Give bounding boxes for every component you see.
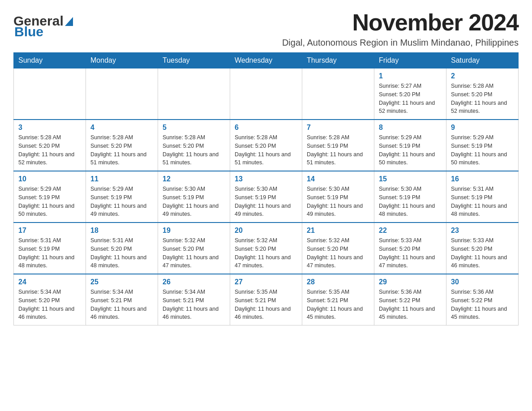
calendar-cell: 21Sunrise: 5:32 AMSunset: 5:20 PMDayligh… (302, 223, 374, 274)
day-info: Sunrise: 5:31 AMSunset: 5:20 PMDaylight:… (90, 236, 153, 270)
day-info: Sunrise: 5:28 AMSunset: 5:20 PMDaylight:… (90, 133, 153, 167)
day-info: Sunrise: 5:30 AMSunset: 5:19 PMDaylight:… (307, 185, 369, 218)
header-day-thursday: Thursday (302, 53, 374, 68)
day-info: Sunrise: 5:31 AMSunset: 5:19 PMDaylight:… (18, 236, 81, 270)
day-number: 19 (163, 227, 225, 235)
calendar-cell: 19Sunrise: 5:32 AMSunset: 5:20 PMDayligh… (158, 223, 230, 274)
calendar-cell: 6Sunrise: 5:28 AMSunset: 5:20 PMDaylight… (230, 120, 302, 171)
day-number: 26 (163, 278, 225, 286)
day-number: 3 (18, 124, 81, 132)
day-info: Sunrise: 5:33 AMSunset: 5:20 PMDaylight:… (451, 236, 514, 270)
day-info: Sunrise: 5:29 AMSunset: 5:19 PMDaylight:… (90, 185, 153, 218)
day-number: 6 (235, 124, 297, 132)
calendar-cell: 11Sunrise: 5:29 AMSunset: 5:19 PMDayligh… (86, 171, 158, 223)
day-info: Sunrise: 5:30 AMSunset: 5:19 PMDaylight:… (379, 185, 442, 218)
day-number: 7 (307, 124, 369, 132)
day-info: Sunrise: 5:28 AMSunset: 5:20 PMDaylight:… (235, 133, 297, 167)
day-info: Sunrise: 5:34 AMSunset: 5:20 PMDaylight:… (18, 288, 81, 321)
calendar-cell: 23Sunrise: 5:33 AMSunset: 5:20 PMDayligh… (446, 223, 519, 274)
calendar-cell: 3Sunrise: 5:28 AMSunset: 5:20 PMDaylight… (14, 120, 86, 171)
header-day-sunday: Sunday (14, 53, 86, 68)
day-number: 5 (163, 124, 225, 132)
day-info: Sunrise: 5:27 AMSunset: 5:20 PMDaylight:… (379, 82, 442, 116)
day-number: 21 (307, 227, 369, 235)
calendar-cell: 29Sunrise: 5:36 AMSunset: 5:22 PMDayligh… (374, 274, 446, 325)
calendar-cell (302, 68, 374, 120)
calendar-cell: 26Sunrise: 5:34 AMSunset: 5:21 PMDayligh… (158, 274, 230, 325)
calendar-cell: 15Sunrise: 5:30 AMSunset: 5:19 PMDayligh… (374, 171, 446, 223)
logo: General Blue (13, 13, 73, 39)
calendar-cell: 1Sunrise: 5:27 AMSunset: 5:20 PMDaylight… (374, 68, 446, 120)
day-info: Sunrise: 5:28 AMSunset: 5:20 PMDaylight:… (451, 82, 514, 116)
header-day-saturday: Saturday (446, 53, 519, 68)
calendar-cell (230, 68, 302, 120)
calendar-cell: 4Sunrise: 5:28 AMSunset: 5:20 PMDaylight… (86, 120, 158, 171)
calendar-table: SundayMondayTuesdayWednesdayThursdayFrid… (13, 52, 519, 325)
day-number: 24 (18, 278, 81, 286)
day-number: 14 (307, 175, 369, 183)
calendar-cell: 8Sunrise: 5:29 AMSunset: 5:19 PMDaylight… (374, 120, 446, 171)
day-number: 9 (451, 124, 514, 132)
calendar-cell (14, 68, 86, 120)
day-number: 4 (90, 124, 153, 132)
day-info: Sunrise: 5:32 AMSunset: 5:20 PMDaylight:… (307, 236, 369, 270)
day-number: 22 (379, 227, 442, 235)
day-info: Sunrise: 5:33 AMSunset: 5:20 PMDaylight:… (379, 236, 442, 270)
day-number: 30 (451, 278, 514, 286)
day-number: 8 (379, 124, 442, 132)
calendar-week-row: 1Sunrise: 5:27 AMSunset: 5:20 PMDaylight… (14, 68, 519, 120)
day-number: 23 (451, 227, 514, 235)
calendar-cell: 24Sunrise: 5:34 AMSunset: 5:20 PMDayligh… (14, 274, 86, 325)
calendar-cell (86, 68, 158, 120)
day-number: 16 (451, 175, 514, 183)
calendar-week-row: 24Sunrise: 5:34 AMSunset: 5:20 PMDayligh… (14, 274, 519, 325)
day-info: Sunrise: 5:28 AMSunset: 5:20 PMDaylight:… (18, 133, 81, 167)
day-info: Sunrise: 5:35 AMSunset: 5:21 PMDaylight:… (235, 288, 297, 321)
day-number: 15 (379, 175, 442, 183)
calendar-cell: 30Sunrise: 5:36 AMSunset: 5:22 PMDayligh… (446, 274, 519, 325)
page-header: General Blue November 2024 Digal, Autono… (13, 9, 519, 48)
day-info: Sunrise: 5:30 AMSunset: 5:19 PMDaylight:… (163, 185, 225, 218)
day-number: 11 (90, 175, 153, 183)
calendar-header: SundayMondayTuesdayWednesdayThursdayFrid… (14, 53, 519, 68)
day-number: 17 (18, 227, 81, 235)
calendar-week-row: 17Sunrise: 5:31 AMSunset: 5:19 PMDayligh… (14, 223, 519, 274)
logo-blue-text: Blue (13, 24, 43, 39)
calendar-cell: 14Sunrise: 5:30 AMSunset: 5:19 PMDayligh… (302, 171, 374, 223)
day-info: Sunrise: 5:30 AMSunset: 5:19 PMDaylight:… (235, 185, 297, 218)
calendar-cell: 5Sunrise: 5:28 AMSunset: 5:20 PMDaylight… (158, 120, 230, 171)
day-number: 18 (90, 227, 153, 235)
calendar-week-row: 3Sunrise: 5:28 AMSunset: 5:20 PMDaylight… (14, 120, 519, 171)
calendar-cell: 25Sunrise: 5:34 AMSunset: 5:21 PMDayligh… (86, 274, 158, 325)
day-info: Sunrise: 5:34 AMSunset: 5:21 PMDaylight:… (163, 288, 225, 321)
day-number: 2 (451, 72, 514, 80)
calendar-body: 1Sunrise: 5:27 AMSunset: 5:20 PMDaylight… (14, 68, 519, 325)
calendar-cell: 16Sunrise: 5:31 AMSunset: 5:19 PMDayligh… (446, 171, 519, 223)
calendar-cell: 9Sunrise: 5:29 AMSunset: 5:19 PMDaylight… (446, 120, 519, 171)
header-day-monday: Monday (86, 53, 158, 68)
calendar-cell: 13Sunrise: 5:30 AMSunset: 5:19 PMDayligh… (230, 171, 302, 223)
calendar-cell: 12Sunrise: 5:30 AMSunset: 5:19 PMDayligh… (158, 171, 230, 223)
day-number: 27 (235, 278, 297, 286)
calendar-cell: 28Sunrise: 5:35 AMSunset: 5:21 PMDayligh… (302, 274, 374, 325)
day-info: Sunrise: 5:28 AMSunset: 5:19 PMDaylight:… (307, 133, 369, 167)
calendar-cell: 20Sunrise: 5:32 AMSunset: 5:20 PMDayligh… (230, 223, 302, 274)
header-day-tuesday: Tuesday (158, 53, 230, 68)
day-number: 29 (379, 278, 442, 286)
calendar-cell: 2Sunrise: 5:28 AMSunset: 5:20 PMDaylight… (446, 68, 519, 120)
calendar-title: November 2024 (282, 9, 519, 36)
day-info: Sunrise: 5:32 AMSunset: 5:20 PMDaylight:… (235, 236, 297, 270)
logo-arrow-icon (65, 17, 73, 26)
day-number: 12 (163, 175, 225, 183)
day-info: Sunrise: 5:36 AMSunset: 5:22 PMDaylight:… (379, 288, 442, 321)
calendar-cell: 27Sunrise: 5:35 AMSunset: 5:21 PMDayligh… (230, 274, 302, 325)
day-number: 1 (379, 72, 442, 80)
day-number: 10 (18, 175, 81, 183)
header-day-friday: Friday (374, 53, 446, 68)
calendar-header-row: SundayMondayTuesdayWednesdayThursdayFrid… (14, 53, 519, 68)
calendar-cell: 10Sunrise: 5:29 AMSunset: 5:19 PMDayligh… (14, 171, 86, 223)
day-info: Sunrise: 5:29 AMSunset: 5:19 PMDaylight:… (451, 133, 514, 167)
day-info: Sunrise: 5:28 AMSunset: 5:20 PMDaylight:… (163, 133, 225, 167)
day-number: 20 (235, 227, 297, 235)
day-number: 13 (235, 175, 297, 183)
